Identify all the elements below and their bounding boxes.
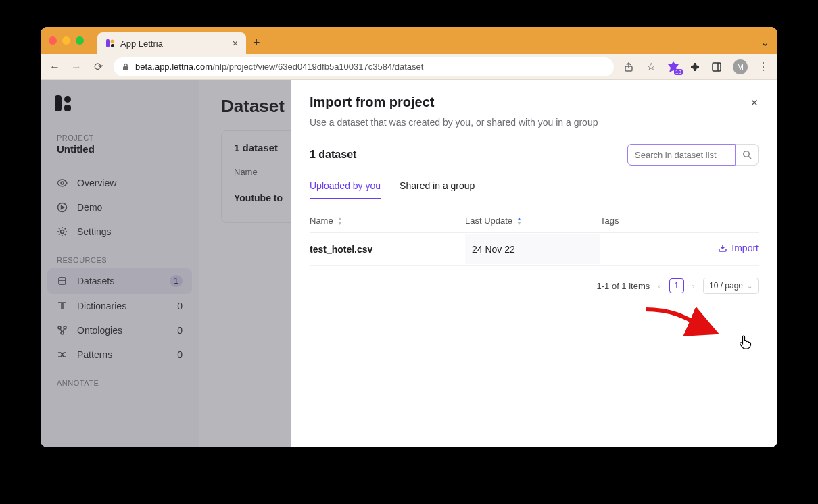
window-minimize-button[interactable] (62, 36, 70, 45)
search-group (627, 144, 759, 166)
table-header: Name ▲▼ Last Update ▲▼ Tags (310, 209, 759, 233)
dataset-count: 1 dataset (310, 149, 619, 161)
browser-urlbar: ← → ⟳ beta.app.lettria.com/nlp/project/v… (41, 54, 777, 80)
nav-forward-icon[interactable]: → (70, 61, 82, 73)
sort-icon: ▲▼ (516, 216, 522, 226)
chevron-down-icon: ⌄ (747, 282, 752, 290)
url-text: beta.app.lettria.com/nlp/project/view/63… (135, 61, 423, 72)
browser-tab[interactable]: App Lettria × (97, 32, 246, 54)
tab-shared-in-group[interactable]: Shared in a group (400, 180, 475, 199)
dataset-table: Name ▲▼ Last Update ▲▼ Tags tes (310, 209, 759, 266)
browser-tabbar: App Lettria × + ⌄ (41, 27, 777, 54)
tab-title: App Lettria (120, 39, 163, 49)
share-icon[interactable] (623, 61, 635, 72)
extension-badge-icon[interactable]: 13 (667, 60, 680, 74)
modal-title: Import from project (310, 95, 434, 110)
address-bar[interactable]: beta.app.lettria.com/nlp/project/view/63… (114, 57, 614, 76)
import-button[interactable]: Import (718, 243, 759, 253)
pagination: 1-1 of 1 items ‹ 1 › 10 / page ⌄ (310, 278, 759, 294)
profile-avatar[interactable]: M (733, 59, 748, 74)
search-button[interactable] (736, 144, 759, 166)
pager-prev-icon[interactable]: ‹ (658, 281, 660, 291)
pager-size-select[interactable]: 10 / page ⌄ (703, 278, 759, 294)
col-name[interactable]: Name ▲▼ (310, 216, 465, 226)
modal-tabs: Uploaded by you Shared in a group (310, 180, 759, 199)
col-last-update[interactable]: Last Update ▲▼ (465, 216, 600, 226)
pager-summary: 1-1 of 1 items (597, 281, 650, 291)
svg-line-19 (748, 156, 751, 159)
table-row: test_hotel.csv 24 Nov 22 Import (310, 233, 759, 266)
close-icon[interactable]: ✕ (750, 97, 759, 108)
nav-reload-icon[interactable]: ⟳ (92, 60, 104, 73)
tab-close-icon[interactable]: × (233, 38, 238, 49)
lock-icon (122, 63, 130, 71)
bookmark-icon[interactable]: ☆ (645, 60, 657, 73)
svg-rect-0 (106, 39, 110, 47)
toolbar-right: ☆ 13 M ⋮ (623, 59, 769, 74)
svg-point-1 (111, 40, 114, 43)
app-content: PROJECT Untitled Overview Demo Settings (41, 80, 777, 447)
download-icon (718, 243, 727, 253)
tab-uploaded-by-you[interactable]: Uploaded by you (310, 180, 381, 199)
window-close-button[interactable] (49, 36, 57, 45)
pager-next-icon[interactable]: › (692, 281, 695, 291)
svg-rect-2 (111, 44, 114, 47)
search-icon (742, 150, 752, 159)
window-controls (49, 36, 84, 45)
extensions-icon[interactable] (690, 61, 702, 72)
import-modal: Import from project ✕ Use a dataset that… (291, 80, 777, 447)
window-maximize-button[interactable] (76, 36, 84, 45)
sidepanel-icon[interactable] (711, 61, 723, 72)
tab-favicon-icon (105, 39, 115, 48)
svg-point-18 (743, 151, 748, 157)
nav-back-icon[interactable]: ← (49, 61, 61, 73)
pager-page[interactable]: 1 (669, 278, 684, 293)
col-tags[interactable]: Tags (600, 216, 668, 226)
new-tab-button[interactable]: + (253, 36, 260, 50)
kebab-menu-icon[interactable]: ⋮ (757, 60, 769, 73)
browser-window: App Lettria × + ⌄ ← → ⟳ beta.app.lettria… (41, 27, 777, 447)
sort-icon: ▲▼ (337, 216, 343, 226)
tabs-overflow-icon[interactable]: ⌄ (761, 36, 769, 49)
search-input[interactable] (627, 144, 736, 166)
cell-name: test_hotel.csv (310, 244, 465, 255)
svg-rect-3 (123, 66, 128, 70)
svg-rect-5 (713, 63, 721, 71)
cell-last-update: 24 Nov 22 (465, 234, 600, 264)
modal-subtitle: Use a dataset that was created by you, o… (310, 117, 759, 128)
